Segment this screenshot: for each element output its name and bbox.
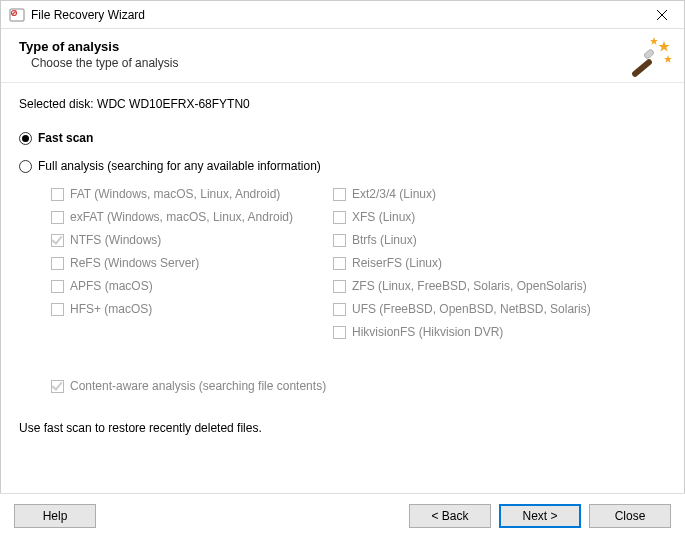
footer-right-group: < Back Next > Close — [409, 504, 671, 528]
filesystem-grid: FAT (Windows, macOS, Linux, Android)exFA… — [51, 187, 666, 339]
filesystem-option[interactable]: Btrfs (Linux) — [333, 233, 591, 247]
wizard-icon — [624, 35, 672, 83]
filesystem-checkbox[interactable] — [333, 211, 346, 224]
header-section: Type of analysis Choose the type of anal… — [1, 29, 684, 83]
filesystem-option[interactable]: ZFS (Linux, FreeBSD, Solaris, OpenSolari… — [333, 279, 591, 293]
filesystem-option[interactable]: NTFS (Windows) — [51, 233, 293, 247]
filesystem-label: UFS (FreeBSD, OpenBSD, NetBSD, Solaris) — [352, 302, 591, 316]
page-subtitle: Choose the type of analysis — [31, 56, 666, 70]
filesystem-column-left: FAT (Windows, macOS, Linux, Android)exFA… — [51, 187, 293, 339]
svg-marker-7 — [664, 55, 672, 63]
filesystem-label: NTFS (Windows) — [70, 233, 161, 247]
filesystem-option[interactable]: ReiserFS (Linux) — [333, 256, 591, 270]
full-analysis-radio-row[interactable]: Full analysis (searching for any availab… — [19, 159, 666, 173]
filesystem-label: ReiserFS (Linux) — [352, 256, 442, 270]
titlebar-left: File Recovery Wizard — [9, 7, 145, 23]
selected-disk-value: WDC WD10EFRX-68FYTN0 — [97, 97, 250, 111]
filesystem-option[interactable]: Ext2/3/4 (Linux) — [333, 187, 591, 201]
filesystem-checkbox[interactable] — [333, 188, 346, 201]
filesystem-label: exFAT (Windows, macOS, Linux, Android) — [70, 210, 293, 224]
hint-text: Use fast scan to restore recently delete… — [19, 421, 666, 435]
svg-rect-9 — [643, 48, 655, 59]
content-aware-checkbox[interactable] — [51, 380, 64, 393]
filesystem-label: Btrfs (Linux) — [352, 233, 417, 247]
app-icon — [9, 7, 25, 23]
filesystem-label: APFS (macOS) — [70, 279, 153, 293]
filesystem-label: Ext2/3/4 (Linux) — [352, 187, 436, 201]
full-analysis-radio[interactable] — [19, 160, 32, 173]
back-button[interactable]: < Back — [409, 504, 491, 528]
filesystem-label: HFS+ (macOS) — [70, 302, 152, 316]
window-title: File Recovery Wizard — [31, 8, 145, 22]
filesystem-option[interactable]: XFS (Linux) — [333, 210, 591, 224]
filesystem-checkbox[interactable] — [333, 280, 346, 293]
filesystem-checkbox[interactable] — [51, 234, 64, 247]
filesystem-checkbox[interactable] — [333, 303, 346, 316]
filesystem-checkbox[interactable] — [51, 257, 64, 270]
filesystem-option[interactable]: HikvisionFS (Hikvision DVR) — [333, 325, 591, 339]
close-footer-button[interactable]: Close — [589, 504, 671, 528]
filesystem-label: ReFS (Windows Server) — [70, 256, 199, 270]
filesystem-checkbox[interactable] — [51, 188, 64, 201]
filesystem-option[interactable]: HFS+ (macOS) — [51, 302, 293, 316]
filesystem-option[interactable]: APFS (macOS) — [51, 279, 293, 293]
filesystem-option[interactable]: UFS (FreeBSD, OpenBSD, NetBSD, Solaris) — [333, 302, 591, 316]
content-aware-label: Content-aware analysis (searching file c… — [70, 379, 326, 393]
page-title: Type of analysis — [19, 39, 666, 54]
selected-disk-label: Selected disk: — [19, 97, 94, 111]
svg-marker-6 — [650, 37, 658, 45]
filesystem-label: HikvisionFS (Hikvision DVR) — [352, 325, 503, 339]
full-analysis-label: Full analysis (searching for any availab… — [38, 159, 321, 173]
filesystem-label: ZFS (Linux, FreeBSD, Solaris, OpenSolari… — [352, 279, 587, 293]
content-aware-row[interactable]: Content-aware analysis (searching file c… — [51, 379, 666, 393]
filesystem-checkbox[interactable] — [51, 303, 64, 316]
filesystem-label: FAT (Windows, macOS, Linux, Android) — [70, 187, 280, 201]
svg-rect-8 — [631, 58, 653, 78]
footer: Help < Back Next > Close — [0, 493, 685, 538]
filesystem-column-right: Ext2/3/4 (Linux)XFS (Linux)Btrfs (Linux)… — [333, 187, 591, 339]
content-area: Selected disk: WDC WD10EFRX-68FYTN0 Fast… — [1, 83, 684, 435]
titlebar: File Recovery Wizard — [1, 1, 684, 29]
filesystem-option[interactable]: exFAT (Windows, macOS, Linux, Android) — [51, 210, 293, 224]
filesystem-checkbox[interactable] — [333, 257, 346, 270]
filesystem-label: XFS (Linux) — [352, 210, 415, 224]
filesystem-checkbox[interactable] — [51, 280, 64, 293]
selected-disk-row: Selected disk: WDC WD10EFRX-68FYTN0 — [19, 97, 666, 111]
filesystem-checkbox[interactable] — [333, 326, 346, 339]
help-button[interactable]: Help — [14, 504, 96, 528]
filesystem-option[interactable]: ReFS (Windows Server) — [51, 256, 293, 270]
filesystem-checkbox[interactable] — [51, 211, 64, 224]
svg-marker-5 — [659, 41, 670, 52]
filesystem-checkbox[interactable] — [333, 234, 346, 247]
close-button[interactable] — [646, 4, 678, 26]
fast-scan-label: Fast scan — [38, 131, 93, 145]
fast-scan-radio[interactable] — [19, 132, 32, 145]
next-button[interactable]: Next > — [499, 504, 581, 528]
filesystem-option[interactable]: FAT (Windows, macOS, Linux, Android) — [51, 187, 293, 201]
fast-scan-radio-row[interactable]: Fast scan — [19, 131, 666, 145]
